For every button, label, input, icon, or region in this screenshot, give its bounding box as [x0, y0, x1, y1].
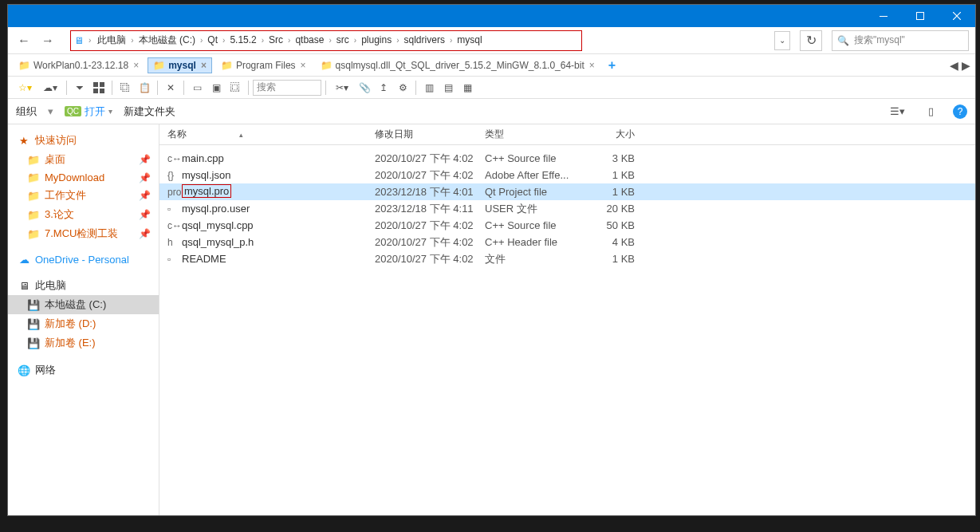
- cloud-button[interactable]: ☁▾: [38, 79, 62, 97]
- sidebar-item[interactable]: 📁桌面📌: [8, 150, 159, 169]
- preview-pane-button[interactable]: ▯: [919, 103, 942, 120]
- breadcrumb-item[interactable]: plugins: [358, 33, 395, 47]
- network-item[interactable]: 🌐 网络: [8, 361, 159, 380]
- file-name: mysql.pro: [182, 184, 231, 198]
- breadcrumb-item[interactable]: sqldrivers: [401, 33, 448, 47]
- view-panel-button[interactable]: ▥: [420, 79, 438, 97]
- file-row[interactable]: promysql.pro2023/12/18 下午 4:01Qt Project…: [159, 183, 975, 200]
- help-button[interactable]: ?: [953, 104, 967, 119]
- breadcrumb-item[interactable]: 5.15.2: [226, 33, 259, 47]
- address-bar[interactable]: 🖥 › 此电脑›本地磁盘 (C:)›Qt›5.15.2›Src›qtbase›s…: [70, 30, 582, 51]
- rename-button[interactable]: ▭: [188, 79, 206, 97]
- breadcrumb-item[interactable]: qtbase: [292, 33, 327, 47]
- breadcrumb-item[interactable]: 此电脑: [94, 33, 129, 47]
- svg-rect-4: [93, 89, 98, 93]
- organize-menu[interactable]: 组织: [16, 104, 37, 119]
- minimize-button[interactable]: [865, 5, 902, 27]
- tab-nav-buttons[interactable]: ◀ ▶: [950, 59, 970, 72]
- terminal-button[interactable]: ▣: [207, 79, 225, 97]
- delete-button[interactable]: ✕: [162, 79, 179, 97]
- paste-button[interactable]: 📋: [136, 79, 153, 97]
- view-details-button[interactable]: ☰▾: [886, 103, 908, 120]
- folder-icon: 📁: [27, 228, 40, 240]
- sidebar-item-label: 3.论文: [45, 207, 74, 222]
- file-row[interactable]: c↔main.cpp2020/10/27 下午 4:02C++ Source f…: [159, 150, 975, 167]
- breadcrumb-item[interactable]: 本地磁盘 (C:): [136, 33, 199, 47]
- copy-button[interactable]: ⿻: [116, 79, 134, 97]
- nav-back-icon[interactable]: ◀: [950, 59, 958, 72]
- upload-button[interactable]: ↥: [375, 79, 392, 97]
- file-name: main.cpp: [182, 152, 375, 164]
- pin-icon: 📌: [139, 154, 151, 165]
- breadcrumb-item[interactable]: src: [333, 33, 352, 47]
- maximize-button[interactable]: [902, 5, 939, 27]
- open-button[interactable]: QC 打开 ▾: [65, 104, 112, 119]
- breadcrumb-item[interactable]: Src: [266, 33, 286, 47]
- breadcrumb-item[interactable]: Qt: [204, 33, 221, 47]
- view-split-button[interactable]: ▤: [439, 79, 457, 97]
- file-date: 2023/12/18 下午 4:11: [375, 202, 485, 216]
- file-icon: {}: [167, 170, 182, 181]
- address-dropdown[interactable]: ⌄: [774, 31, 790, 50]
- file-icon: ▫: [167, 254, 182, 265]
- svg-rect-3: [100, 82, 104, 87]
- file-row[interactable]: {}mysql.json2020/10/27 下午 4:02Adobe Afte…: [159, 167, 975, 183]
- tab-close-icon[interactable]: ×: [301, 60, 306, 71]
- sidebar-item-label: 新加卷 (D:): [45, 317, 96, 331]
- sidebar-item[interactable]: 📁3.论文📌: [8, 205, 159, 224]
- file-row[interactable]: c↔qsql_mysql.cpp2020/10/27 下午 4:02C++ So…: [159, 217, 975, 234]
- favorites-button[interactable]: ☆▾: [13, 79, 37, 97]
- back-button[interactable]: ←: [14, 31, 33, 50]
- tab[interactable]: 📁Program Files×: [215, 57, 312, 73]
- svg-rect-2: [93, 82, 98, 87]
- search-input[interactable]: 🔍 搜索"mysql": [832, 30, 969, 51]
- properties-button[interactable]: ⿴: [226, 79, 244, 97]
- file-row[interactable]: ▫README2020/10/27 下午 4:02文件1 KB: [159, 250, 975, 267]
- toolbar-search[interactable]: 搜索: [253, 80, 321, 96]
- sidebar-item-label: MyDownload: [45, 171, 104, 183]
- file-size: 20 KB: [579, 203, 643, 215]
- column-date[interactable]: 修改日期: [375, 128, 485, 141]
- tab-close-icon[interactable]: ×: [133, 60, 139, 71]
- folder-icon: 📁: [27, 154, 40, 166]
- sidebar-item-label: 工作文件: [45, 188, 86, 203]
- sidebar-item[interactable]: 📁MyDownload📌: [8, 169, 159, 186]
- settings-button[interactable]: ⚙: [394, 79, 411, 97]
- tab-close-icon[interactable]: ×: [201, 60, 207, 71]
- file-row[interactable]: hqsql_mysql_p.h2020/10/27 下午 4:02C++ Hea…: [159, 234, 975, 250]
- file-date: 2020/10/27 下午 4:02: [375, 168, 485, 183]
- sidebar-drive-item[interactable]: 💾新加卷 (D:): [8, 314, 159, 333]
- cut-button[interactable]: ✂▾: [330, 79, 354, 97]
- folder-icon: 📁: [321, 60, 333, 71]
- refresh-button[interactable]: ↻: [800, 30, 822, 51]
- sidebar-drive-item[interactable]: 💾新加卷 (E:): [8, 333, 159, 353]
- column-type[interactable]: 类型: [485, 128, 579, 141]
- chevron-icon: ›: [129, 36, 135, 45]
- this-pc-header[interactable]: 🖥 此电脑: [8, 276, 159, 295]
- collapse-button[interactable]: ⏷: [71, 79, 89, 97]
- tab[interactable]: 📁qsqlmysql.dll_Qt_SQL_driver_5.15.2_MinG…: [315, 57, 600, 73]
- tab-close-icon[interactable]: ×: [589, 60, 595, 71]
- sidebar-drive-item[interactable]: 💾本地磁盘 (C:): [8, 295, 159, 314]
- file-name: mysql.json: [182, 169, 375, 181]
- column-name[interactable]: 名称▴: [167, 128, 375, 141]
- new-folder-button[interactable]: 新建文件夹: [124, 104, 175, 119]
- new-tab-button[interactable]: +: [604, 58, 620, 73]
- windows-apps-button[interactable]: [90, 79, 108, 97]
- column-size[interactable]: 大小: [579, 128, 643, 141]
- navigation-bar: ← → 🖥 › 此电脑›本地磁盘 (C:)›Qt›5.15.2›Src›qtba…: [8, 27, 975, 54]
- file-row[interactable]: ▫mysql.pro.user2023/12/18 下午 4:11USER 文件…: [159, 200, 975, 217]
- file-type: Qt Project file: [485, 186, 579, 198]
- quick-access-header[interactable]: ★ 快速访问: [8, 131, 159, 150]
- breadcrumb-item[interactable]: mysql: [454, 33, 485, 47]
- sidebar-item[interactable]: 📁工作文件📌: [8, 186, 159, 205]
- attach-button[interactable]: 📎: [356, 79, 373, 97]
- view-detail-button[interactable]: ▦: [459, 79, 476, 97]
- forward-button[interactable]: →: [38, 31, 57, 50]
- nav-forward-icon[interactable]: ▶: [962, 59, 970, 72]
- onedrive-item[interactable]: ☁ OneDrive - Personal: [8, 251, 159, 268]
- close-button[interactable]: [939, 5, 975, 27]
- sidebar-item[interactable]: 📁7.MCU检测工装📌: [8, 224, 159, 243]
- tab[interactable]: 📁WorkPlan0.1-23.12.18×: [13, 57, 144, 73]
- tab[interactable]: 📁mysql×: [148, 57, 212, 73]
